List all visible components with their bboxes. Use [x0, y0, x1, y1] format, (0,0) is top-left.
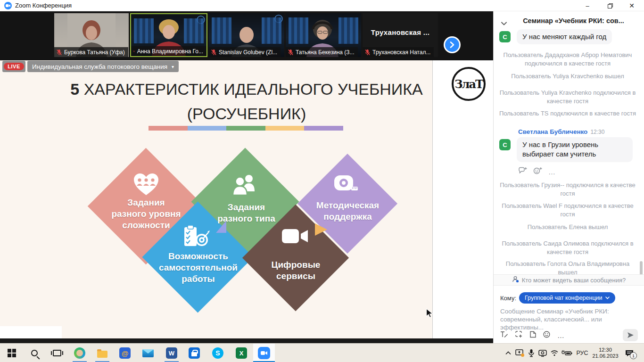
screenshot-icon[interactable]: [515, 331, 523, 340]
screen-share-icon[interactable]: [514, 344, 526, 362]
message-visibility-note[interactable]: Кто может видеть ваши сообщения?: [494, 274, 644, 286]
screen-bottom-bar: [0, 338, 493, 343]
slide-corner: [0, 326, 62, 338]
color-bar-segment: [265, 126, 305, 131]
taskbar: @ W S X РУС 12:30 21.06.2023: [0, 343, 644, 362]
zoom-icon: [258, 347, 270, 359]
taskbar-skype[interactable]: S: [207, 344, 229, 362]
taskbar-mail[interactable]: [137, 344, 159, 362]
system-message: Пользователь TS подключился в качестве г…: [497, 109, 638, 118]
mic-muted-icon: [211, 49, 216, 56]
slide-color-bar: [149, 126, 343, 131]
notification-button[interactable]: 1: [622, 344, 636, 362]
chevron-right-icon: [445, 38, 459, 52]
video-camera-icon: [281, 228, 309, 248]
participant-name-label: Трухановская Натал...: [363, 47, 434, 57]
reply-plus-icon[interactable]: [518, 167, 527, 176]
battery-icon[interactable]: [560, 344, 573, 362]
taskbar-mailru[interactable]: @: [114, 344, 136, 362]
wifi-icon[interactable]: [549, 344, 560, 362]
mic-muted-icon: [57, 49, 62, 56]
participant-name-label: Stanislav Golubev (Zl...: [209, 47, 281, 57]
system-message: Пользователь Yuliya Kravchenko вышел: [497, 72, 638, 81]
mic-muted-icon: [365, 49, 370, 56]
emoji-icon[interactable]: [543, 331, 550, 340]
format-text-icon[interactable]: [500, 331, 508, 340]
microphone-icon[interactable]: [526, 344, 537, 362]
taskbar-zoom-active[interactable]: [253, 344, 275, 362]
file-explorer-icon: [97, 351, 107, 358]
emoji-plus-icon[interactable]: [533, 167, 542, 176]
more-icon[interactable]: …: [548, 168, 556, 176]
video-tile-bekezina[interactable]: Татьяна Бекезина (З...: [286, 13, 361, 57]
color-bar-segment: [188, 126, 227, 131]
notification-count-badge: 1: [630, 352, 637, 359]
participant-display-name: Трухановская ...: [363, 28, 438, 36]
person-privacy-icon: [512, 276, 519, 284]
send-button[interactable]: [623, 329, 638, 341]
taskbar-browser-profile[interactable]: [69, 344, 91, 362]
live-badge: LIVE: [4, 63, 24, 70]
system-message: Пользователь Yuliya Kravchenko подключил…: [497, 89, 638, 105]
clock-time: 12:30: [599, 347, 612, 353]
diamond-label: Цифровые сервисы: [257, 259, 335, 282]
restore-button[interactable]: [602, 0, 619, 11]
mail-icon: [142, 349, 154, 357]
taskbar-file-explorer[interactable]: [91, 344, 113, 362]
recipient-dropdown[interactable]: Групповой чат конференции: [519, 292, 615, 304]
message-actions: …: [518, 167, 556, 176]
participant-name-label: Анна Владимировна Го...: [131, 46, 206, 56]
mic-muted-icon: [133, 48, 135, 55]
color-bar-segment: [226, 126, 265, 131]
start-icon: [8, 349, 16, 357]
slide-title-line1: 5 ХАРАКТЕРИСТИК ИДЕАЛЬНОГО УЧЕБНИКА: [63, 80, 430, 99]
start-button[interactable]: [1, 344, 23, 362]
diamond-label: Задания разного уровня сложности: [94, 197, 198, 230]
stream-service-dropdown[interactable]: Индивидуальная служба потокового вещания…: [27, 61, 179, 72]
search-icon: [31, 350, 38, 356]
taskbar-word[interactable]: W: [161, 344, 182, 362]
participant-name: Анна Владимировна Го...: [137, 48, 203, 55]
tray-chevron-up[interactable]: [503, 344, 514, 362]
video-tile-burkova[interactable]: Буркова Татьяна (Уфа): [54, 13, 129, 57]
task-view-button[interactable]: [46, 344, 68, 362]
chat-message-bubble[interactable]: У нас меняют каждый год: [517, 29, 612, 44]
taskbar-search-button[interactable]: [24, 344, 45, 362]
next-participants-button[interactable]: [444, 36, 461, 53]
diamond-label: Методическая поддержка: [302, 200, 394, 222]
slide-title-number: 5: [70, 80, 79, 98]
video-strip: Буркова Татьяна (Уфа) Анна Владимировна …: [0, 11, 493, 60]
participant-name-label: Буркова Татьяна (Уфа): [54, 47, 128, 57]
more-icon[interactable]: …: [557, 331, 565, 339]
system-message: Пользователь Голота Ольга Владимировна в…: [497, 260, 638, 276]
color-bar-segment: [149, 126, 188, 131]
language-indicator[interactable]: РУС: [574, 344, 590, 362]
close-button[interactable]: ✕: [623, 0, 640, 11]
live-indicator: LIVE: [2, 61, 25, 72]
video-tile-trukhanovskaya[interactable]: Трухановская ... Трухановская Натал...: [363, 13, 438, 57]
video-tile-golubev[interactable]: Stanislav Golubev (Zl...: [209, 13, 284, 57]
participant-name: Татьяна Бекезина (З...: [296, 49, 355, 56]
chat-message-bubble[interactable]: У нас в Грузии уровень выбирает сам учит…: [517, 137, 633, 162]
window-titlebar: Zoom Конференция – ✕: [0, 0, 644, 11]
message-sender: Светлана Бубличенко12:30: [518, 128, 604, 135]
to-label: Кому:: [500, 295, 516, 302]
slide-title-line2: (РОСУЧЕБНИК): [63, 105, 430, 123]
zlatoust-logo: ЗлаТ: [452, 67, 486, 101]
color-bar-segment: [304, 126, 343, 131]
video-tile-anna-active[interactable]: Анна Владимировна Го...: [130, 13, 207, 57]
send-plane-icon: [627, 332, 634, 338]
message-input[interactable]: Сообщение Семинар «Учебник РКИ: современ…: [500, 307, 640, 331]
taskbar-excel[interactable]: X: [231, 344, 252, 362]
chevron-down-icon[interactable]: [501, 19, 507, 27]
minimize-button[interactable]: –: [579, 0, 596, 11]
avatar: C: [499, 139, 511, 150]
skype-icon: S: [212, 347, 223, 359]
diamond-label: Задания разного типа: [203, 202, 290, 224]
taskbar-store[interactable]: [183, 344, 205, 362]
taskbar-clock[interactable]: 12:30 21.06.2023: [590, 344, 620, 362]
system-message: Пользователь Дададханов Аброр Нематович …: [497, 51, 638, 67]
file-icon[interactable]: [530, 331, 536, 340]
camera-icon[interactable]: [537, 344, 549, 362]
zoom-camera-icon: [4, 2, 12, 9]
